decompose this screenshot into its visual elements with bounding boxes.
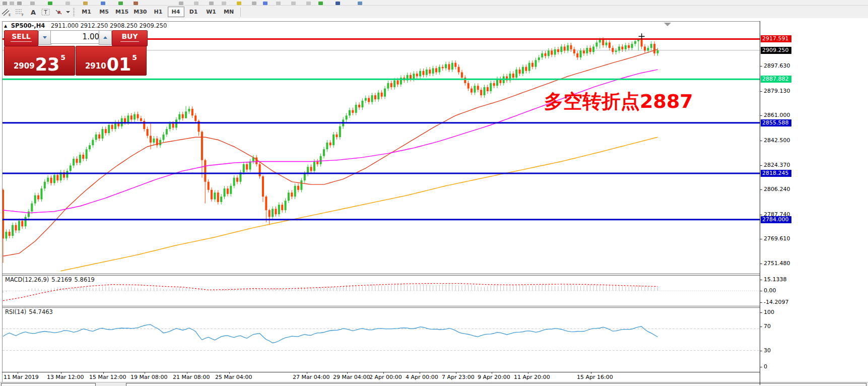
price-level-badge: 2818.245 <box>761 170 791 177</box>
timeframe-button-M5[interactable]: M5 <box>96 7 112 17</box>
timeframe-button-M30[interactable]: M30 <box>131 7 149 17</box>
clipped-icon <box>252 2 256 5</box>
candle-body <box>208 182 210 190</box>
volume-decrease-button[interactable] <box>38 30 51 45</box>
buy-price-display[interactable]: 2910 01 5 <box>76 46 147 76</box>
candle-body <box>70 166 72 171</box>
sell-price-pips: 23 <box>35 57 60 73</box>
candle-body <box>541 53 543 57</box>
clipped-icon <box>237 2 241 5</box>
candle-body <box>371 95 373 102</box>
candle-body <box>419 71 421 77</box>
candle-body <box>567 45 569 51</box>
macd-panel-canvas[interactable] <box>3 275 760 306</box>
candle-body <box>163 135 165 140</box>
timeframe-button-M15[interactable]: M15 <box>113 7 130 17</box>
candle-body <box>92 140 94 146</box>
candle-body <box>272 209 274 217</box>
time-axis-label: 19 Mar 08:00 <box>130 374 167 380</box>
sell-price-point: 5 <box>60 53 65 61</box>
down-arrow-icon <box>43 36 47 39</box>
rsi-indicator-label: RSI(14)54.7463 <box>5 308 55 315</box>
candle-body <box>477 86 479 90</box>
clipped-bottom-panel <box>0 382 868 386</box>
candle-body <box>153 139 155 143</box>
candle-body <box>397 81 399 85</box>
candle-body <box>50 178 52 183</box>
rsi-panel-canvas[interactable] <box>3 307 760 372</box>
candle-body <box>15 225 17 231</box>
candle-body <box>313 161 315 171</box>
timeframe-button-H1[interactable]: H1 <box>150 7 167 17</box>
candle-body <box>278 205 280 214</box>
macd-tick-label: -14.2097 <box>764 299 788 305</box>
candle-body <box>73 159 75 165</box>
sell-label: SELL <box>11 32 32 42</box>
candle-body <box>487 87 489 91</box>
price-tick-mark <box>760 115 762 116</box>
fibonacci-icon[interactable]: F <box>14 7 26 17</box>
buy-button[interactable]: BUY <box>112 30 148 46</box>
candle-body <box>580 51 582 57</box>
text-icon[interactable]: A <box>27 7 39 17</box>
candle-body <box>316 161 318 164</box>
candle-body <box>89 145 91 149</box>
candle-body <box>56 175 58 180</box>
main-macd-separator[interactable] <box>2 274 868 274</box>
candle-body <box>381 93 383 97</box>
price-level-badge: 2855.588 <box>761 119 791 126</box>
clipped-icon <box>83 2 88 5</box>
clipped-icon <box>291 2 296 5</box>
candle-body <box>422 71 424 75</box>
moving-average-fast <box>3 49 658 256</box>
candle-body <box>538 57 540 60</box>
candle-body <box>82 155 84 159</box>
candle-body <box>217 192 219 202</box>
candle-body <box>336 135 338 137</box>
sell-price-display[interactable]: 2909 23 5 <box>4 46 75 76</box>
equidistant-channel-icon[interactable]: E <box>1 7 13 17</box>
timeframe-button-M1[interactable]: M1 <box>78 7 95 17</box>
price-tick-mark <box>760 91 762 92</box>
candle-body <box>246 164 248 170</box>
up-arrow-icon <box>103 36 107 39</box>
candle-body <box>326 143 328 149</box>
arrows-dropdown-caret-icon[interactable] <box>66 11 70 13</box>
candle-body <box>573 49 575 53</box>
rsi-tick-label: 100 <box>764 309 774 315</box>
timeframe-button-MN[interactable]: MN <box>221 7 237 17</box>
candle-body <box>66 171 68 177</box>
sell-button[interactable]: SELL <box>4 30 38 46</box>
volume-input[interactable]: 1.00 <box>50 30 103 44</box>
candle-body <box>236 178 238 182</box>
clipped-icon <box>306 2 311 5</box>
clipped-icon <box>276 2 281 5</box>
candle-body <box>233 178 235 186</box>
timeframe-button-D1[interactable]: D1 <box>185 7 202 17</box>
price-axis[interactable]: 2897.6302879.1302861.0002842.5002824.370… <box>760 18 868 382</box>
volume-increase-button[interactable] <box>99 30 112 45</box>
candle-body <box>458 67 460 73</box>
timeframe-button-H4[interactable]: H4 <box>168 7 184 17</box>
candle-body <box>535 60 537 67</box>
candle-body <box>634 41 636 44</box>
candle-body <box>589 48 591 52</box>
timeframe-button-W1[interactable]: W1 <box>203 7 220 17</box>
text-label-icon[interactable]: T <box>40 7 52 17</box>
clipped-icon <box>194 2 198 5</box>
fibo-glyph: F <box>22 13 24 17</box>
candle-body <box>650 44 652 48</box>
candle-body <box>265 197 267 210</box>
rsi-tick-label: 30 <box>764 347 771 354</box>
macd-tick-label: 0.00 <box>764 287 776 294</box>
macd-rsi-separator[interactable] <box>2 306 868 306</box>
time-axis[interactable]: 11 Mar 201913 Mar 12:0015 Mar 12:0019 Ma… <box>3 372 760 382</box>
candle-body <box>393 81 395 87</box>
candle-body <box>361 101 363 107</box>
candle-body <box>609 42 611 48</box>
toolbar-grip[interactable] <box>73 8 75 16</box>
clipped-window-tab <box>126 383 866 386</box>
candle-body <box>281 205 283 210</box>
candle-body <box>5 232 7 238</box>
arrows-icon[interactable] <box>53 7 65 17</box>
